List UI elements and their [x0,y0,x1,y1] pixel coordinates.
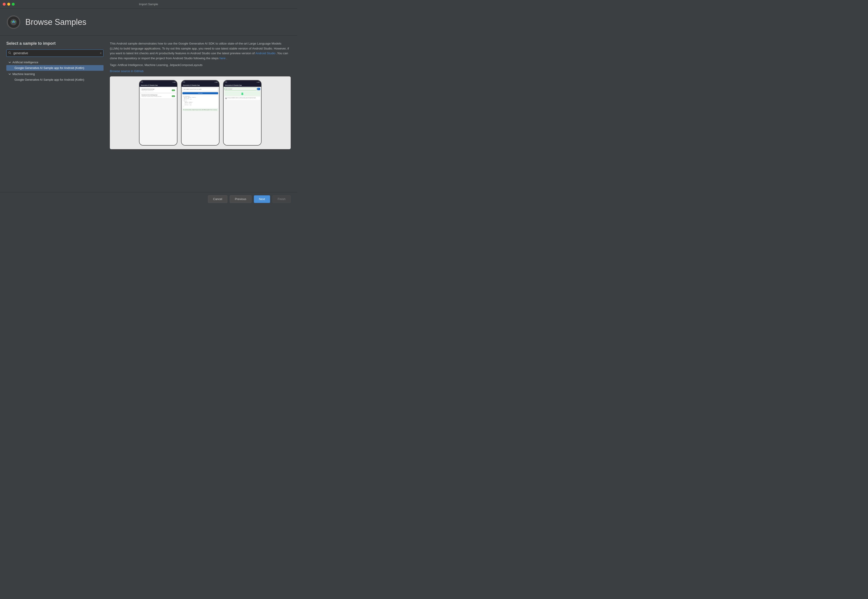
phone-card-1: Generate text from text input Sample app… [140,88,176,93]
app-logo [6,15,21,29]
tree-category-ml: Machine learning Google Generative AI Sa… [6,71,104,83]
maximize-button[interactable] [12,3,15,6]
tree-category-ai: Artificial intelligence Google Generativ… [6,59,104,71]
right-panel: This Android sample demonstrates how to … [110,41,291,192]
svg-point-12 [242,93,243,93]
search-input[interactable] [6,50,104,57]
tree-list: Artificial intelligence Google Generativ… [6,59,104,192]
svg-line-8 [10,53,11,54]
header: Browse Samples [0,9,297,36]
phone-app-bar-3: Generative AI Sample App [224,84,261,87]
here-link[interactable]: here [220,57,226,60]
svg-point-11 [242,93,242,93]
svg-rect-15 [242,94,243,95]
phone-app-bar-2: Generative AI Sample App [182,84,219,87]
phone-status-bar-3: 9:41 ▲ ■ ● [224,80,261,84]
chevron-down-icon-2 [8,72,11,76]
tree-item-genai-kotlin-2[interactable]: Google Generative AI Sample app for Andr… [6,77,104,83]
phone-mockup-3: 9:41 ▲ ■ ● Generative AI Sample App what… [223,80,262,146]
title-bar: Import Sample [0,0,297,9]
previous-button[interactable]: Previous [230,195,251,203]
category-ai-label: Artificial intelligence [12,60,38,64]
bottom-bar: Cancel Previous Next Finish [0,192,297,206]
next-button[interactable]: Next [254,195,270,203]
phone-app-title-1: Generative AI Sample App [141,84,176,86]
phone-content-1: Generate text from text input Sample app… [140,87,177,145]
left-panel: Select a sample to import × Artificia [6,41,104,192]
tree-item-label-2: Google Generative AI Sample app for Andr… [15,78,84,81]
search-icon [8,51,11,55]
svg-rect-16 [241,94,242,95]
phone-status-bar-1: 9:41 ▲ ■ ● [140,80,177,84]
detail-description: This Android sample demonstrates how to … [110,41,291,60]
section-title: Select a sample to import [6,41,104,46]
phone-screen-3: 9:41 ▲ ■ ● Generative AI Sample App what… [224,80,261,145]
search-box: × [6,50,104,57]
phone-screen-1: 9:41 ▲ ■ ● Generative AI Sample App Gene… [140,80,177,145]
phone-card-2: Generate text from text/image input Samp… [140,93,176,99]
phone3-content: what is this logo? Go [224,87,261,145]
preview-area: 9:41 ▲ ■ ● Generative AI Sample App Gene… [110,77,291,149]
tree-item-genai-kotlin-1[interactable]: Google Generative AI Sample app for Andr… [6,65,104,71]
phone-mockup-1: 9:41 ▲ ■ ● Generative AI Sample App Gene… [139,80,178,146]
page-title: Browse Samples [25,17,86,27]
svg-rect-17 [243,94,244,95]
svg-point-6 [14,21,16,23]
svg-rect-19 [242,95,243,95]
cancel-button[interactable]: Cancel [208,195,227,203]
main-content: Select a sample to import × Artificia [0,36,297,192]
svg-rect-18 [242,95,242,95]
phone-screen-2: 9:41 ▲ ■ ● Generative AI Sample App writ… [182,80,219,145]
tree-category-ml-header[interactable]: Machine learning [6,71,104,77]
svg-point-5 [12,21,13,23]
tags-text: Tags: Artifical Intelligence, Machine Le… [110,63,291,67]
close-button[interactable] [3,3,6,6]
category-ml-label: Machine learning [12,72,35,76]
window-title: Import Sample [139,3,158,6]
chat-avatar [225,98,227,99]
minimize-button[interactable] [7,3,10,6]
window-controls[interactable] [3,3,15,6]
android-studio-link[interactable]: Android Studio [256,51,275,55]
phone-status-bar-2: 9:41 ▲ ■ ● [182,80,219,84]
phone-mockup-2: 9:41 ▲ ■ ● Generative AI Sample App writ… [181,80,220,146]
android-logo-icon [241,92,244,95]
tree-item-label: Google Generative AI Sample app for Andr… [15,66,84,69]
phone2-content: write a jetpack compose function and exp… [182,87,219,145]
tree-category-ai-header[interactable]: Artificial intelligence [6,59,104,65]
phone-app-bar-1: Generative AI Sample App [140,84,177,87]
search-clear-button[interactable]: × [100,51,102,55]
chevron-down-icon [8,61,11,64]
finish-button[interactable]: Finish [272,195,291,203]
browse-github-link[interactable]: Browse source in GitHub [110,69,291,73]
